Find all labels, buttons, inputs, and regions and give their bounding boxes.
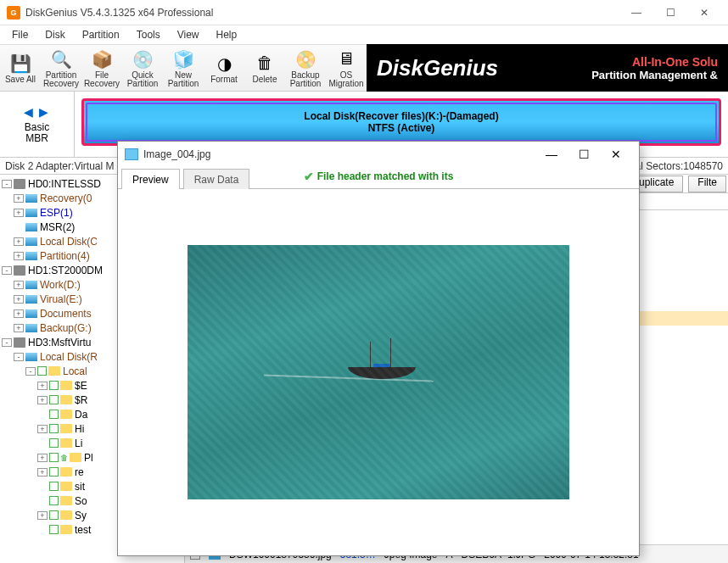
tool-os-migration[interactable]: 🖥OS Migration (326, 45, 367, 91)
tool-icon: 🖥 (335, 48, 357, 70)
part-icon (25, 353, 37, 361)
header-match-status: ✔ File header matched with its (304, 170, 454, 183)
tool-backup-partition[interactable]: 📀Backup Partition (285, 45, 326, 91)
expand-icon[interactable]: + (14, 281, 24, 289)
preview-window: Image_004.jpg — ☐ ✕ Preview Raw Data ✔ F… (117, 141, 640, 556)
window-title: DiskGenius V5.4.3.1325 x64 Professional (25, 7, 619, 19)
part-icon (25, 281, 37, 289)
checkbox[interactable] (49, 510, 59, 520)
preview-close-button[interactable]: ✕ (600, 143, 632, 165)
checkbox[interactable] (49, 467, 59, 477)
brand-banner: DiskGenius All-In-One Solu Partition Man… (367, 44, 728, 92)
tree-label: Recovery(0 (40, 192, 92, 204)
disk-icon (14, 265, 25, 276)
checkbox[interactable] (49, 453, 59, 462)
expand-icon[interactable]: + (14, 295, 24, 304)
expand-icon[interactable]: - (14, 353, 24, 361)
expand-icon[interactable]: - (25, 367, 36, 376)
tree-label: Local (63, 365, 87, 377)
expand-icon[interactable]: + (37, 382, 48, 390)
expand-icon[interactable]: + (37, 511, 48, 520)
expand-icon[interactable]: - (2, 338, 12, 347)
checkbox[interactable] (49, 525, 59, 534)
tool-label: Save All (5, 75, 36, 84)
expand-icon[interactable]: - (2, 266, 12, 275)
part-icon (25, 209, 37, 217)
tree-label: ESP(1) (40, 207, 73, 219)
tree-label: Pl (84, 452, 93, 464)
disk-nav[interactable]: ◀ ▶ BasicMBR (0, 92, 75, 157)
minimize-button[interactable]: — (619, 1, 653, 25)
menu-tools[interactable]: Tools (130, 27, 167, 42)
tool-partition-recovery[interactable]: 🔍Partition Recovery (41, 45, 81, 91)
tool-delete[interactable]: 🗑Delete (244, 45, 285, 91)
menu-bar: FileDiskPartitionToolsViewHelp (0, 25, 728, 44)
checkbox[interactable] (49, 410, 59, 419)
preview-titlebar: Image_004.jpg — ☐ ✕ (118, 142, 639, 167)
expand-icon[interactable]: + (14, 309, 24, 318)
fold-icon (60, 410, 72, 419)
maximize-button[interactable]: ☐ (653, 1, 687, 25)
fold-icon (60, 424, 72, 433)
status-left: Disk 2 Adapter:Virtual M (5, 160, 115, 172)
expand-icon[interactable]: + (37, 454, 48, 462)
fold-icon (60, 525, 72, 534)
expand-icon[interactable]: + (37, 425, 48, 433)
partition-name: Local Disk(Recover files)(K:)-(Damaged) (304, 110, 498, 122)
tool-label: OS Migration (326, 71, 367, 88)
tool-icon: 💾 (9, 53, 31, 75)
expand-icon[interactable]: + (37, 468, 48, 477)
preview-maximize-button[interactable]: ☐ (568, 143, 600, 165)
menu-view[interactable]: View (171, 27, 206, 42)
checkbox[interactable] (49, 482, 59, 491)
menu-help[interactable]: Help (210, 27, 244, 42)
tool-icon: ◑ (213, 53, 235, 75)
fold-icon (60, 496, 72, 505)
expand-icon[interactable]: + (14, 209, 24, 217)
disk-icon (14, 337, 25, 348)
menu-disk[interactable]: Disk (38, 27, 71, 42)
tree-label: Documents (40, 308, 92, 320)
tree-label: $R (75, 394, 87, 406)
tool-save-all[interactable]: 💾Save All (0, 45, 41, 91)
fold-icon (48, 366, 60, 376)
tree-label: Work(D:) (40, 279, 81, 291)
tree-label: HD0:INTELSSD (28, 178, 101, 190)
expand-icon[interactable]: - (2, 180, 12, 188)
checkbox[interactable] (49, 438, 59, 448)
tool-format[interactable]: ◑Format (204, 45, 244, 91)
preview-minimize-button[interactable]: — (535, 143, 568, 165)
part-icon (25, 295, 37, 304)
tree-label: Backup(G:) (40, 322, 92, 334)
tree-label: Virual(E:) (40, 293, 82, 305)
preview-body (118, 189, 639, 555)
fold-icon (60, 482, 72, 491)
tab-preview[interactable]: Preview (121, 169, 180, 189)
menu-partition[interactable]: Partition (76, 27, 126, 42)
checkbox[interactable] (37, 366, 47, 376)
expand-icon[interactable]: + (14, 194, 24, 203)
filter-button[interactable]: Filte (688, 176, 726, 192)
expand-icon[interactable]: + (14, 237, 24, 246)
expand-icon[interactable]: + (14, 252, 24, 260)
nav-arrows-icon[interactable]: ◀ ▶ (24, 105, 51, 119)
expand-icon[interactable]: + (14, 324, 24, 332)
checkbox[interactable] (49, 496, 59, 505)
tool-file-recovery[interactable]: 📦File Recovery (81, 45, 122, 91)
tool-icon: 📀 (294, 48, 316, 70)
checkbox[interactable] (49, 381, 59, 390)
tab-raw-data[interactable]: Raw Data (183, 169, 250, 189)
expand-icon[interactable]: + (37, 396, 48, 404)
tool-quick-partition[interactable]: 💿Quick Partition (122, 45, 163, 91)
tool-label: Delete (253, 75, 277, 84)
tool-new-partition[interactable]: 🧊New Partition (163, 45, 204, 91)
menu-file[interactable]: File (5, 27, 35, 42)
close-button[interactable]: ✕ (687, 1, 721, 25)
part-icon (25, 223, 37, 231)
tool-label: Backup Partition (285, 71, 326, 88)
tool-label: Quick Partition (122, 71, 163, 88)
fold-icon (60, 395, 72, 404)
checkbox[interactable] (49, 395, 59, 404)
app-icon: G (7, 6, 20, 20)
checkbox[interactable] (49, 424, 59, 433)
